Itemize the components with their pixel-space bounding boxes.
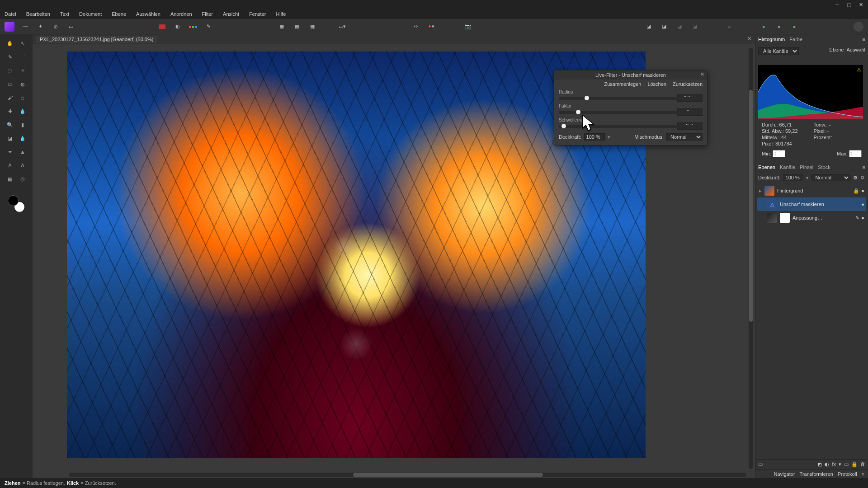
swatch-b-icon[interactable]: ◐ (173, 22, 183, 32)
target-tool-icon[interactable]: ◎ (17, 174, 28, 184)
menu-item[interactable]: Auswählen (136, 11, 160, 17)
zoom-tool-icon[interactable]: 🔍 (5, 119, 15, 130)
layer-visible-icon[interactable]: ● (861, 202, 864, 207)
layer-blend-select[interactable]: Normal (811, 174, 850, 181)
channel-select[interactable]: Alle Kanäle (758, 47, 799, 55)
layer-fx-icon[interactable]: ⚙ (853, 175, 858, 181)
window-maximize[interactable]: ▢ (844, 1, 854, 8)
adjust-icon[interactable]: ◐ (825, 461, 829, 467)
camera-icon[interactable]: 📷 (463, 22, 473, 32)
text-tool-icon[interactable]: A (5, 160, 15, 171)
faktor-slider[interactable] (559, 111, 703, 114)
swatch-rgb-icon[interactable]: ●●● (188, 22, 198, 32)
dialog-titlebar[interactable]: Live-Filter - Unscharf maskieren ✕ (554, 70, 707, 80)
eyedrop-tool-icon[interactable]: 💧 (17, 106, 28, 117)
hand-tool-icon[interactable]: ✋ (5, 38, 15, 49)
menu-item[interactable]: Ansicht (223, 11, 239, 17)
dialog-close-icon[interactable]: ✕ (700, 71, 704, 77)
menu-item[interactable]: Datei (5, 11, 16, 17)
persona-photo-icon[interactable]: 〰 (20, 22, 30, 32)
layer-expand-icon[interactable]: ▸ (759, 188, 762, 194)
live-filter-dialog[interactable]: Live-Filter - Unscharf maskieren ✕ Zusam… (554, 70, 708, 145)
marquee-tool-icon[interactable]: ▭ (5, 79, 15, 89)
menu-item[interactable]: Bearbeiten (26, 11, 50, 17)
tab-farbe[interactable]: Farbe (789, 37, 802, 42)
group-icon[interactable]: ▭ (844, 461, 849, 467)
flood-tool-icon[interactable]: ◍ (17, 79, 28, 89)
dialog-opacity-input[interactable] (584, 133, 605, 141)
document-tab[interactable]: PXL_20230127_135623241.jpg [Geändert] (5… (36, 36, 157, 43)
tab-ebenen[interactable]: Ebenen (758, 164, 775, 170)
crop-tool-icon[interactable]: ⛶ (17, 52, 28, 62)
arrange-2-icon[interactable]: ◪ (659, 22, 669, 32)
canvas-v-scrollbar[interactable] (749, 48, 753, 469)
layer-visible-icon[interactable]: ● (861, 215, 864, 221)
layer-item[interactable]: Anpassung… ✎● (757, 211, 866, 225)
color-swatches[interactable] (8, 195, 25, 212)
min-input[interactable] (773, 150, 785, 157)
window-minimize[interactable]: ─ (833, 1, 842, 8)
persona-tone-icon[interactable]: ▭ (66, 22, 76, 32)
radius-slider[interactable] (559, 97, 703, 100)
layers-menu-icon[interactable]: ≡ (863, 164, 865, 170)
lock-icon[interactable]: 🔒 (851, 461, 858, 467)
layer-gear-icon[interactable]: ⛭ (860, 175, 865, 180)
lasso-tool-icon[interactable]: ◌ (5, 65, 15, 76)
arrange-1-icon[interactable]: ◪ (644, 22, 654, 32)
menu-item[interactable]: Ebene (112, 11, 126, 17)
menu-item[interactable]: Anordnen (170, 11, 192, 17)
window-close[interactable]: ✕ (856, 1, 865, 8)
arrange-3-icon[interactable]: ◪ (675, 22, 684, 32)
layer-edit-icon[interactable]: ✎ (855, 215, 859, 221)
panel-menu-icon[interactable]: ≡ (863, 37, 865, 42)
grid1-icon[interactable]: ▦ (277, 22, 287, 32)
persona-liquify-icon[interactable]: ✦ (35, 22, 45, 32)
schwelle-slider[interactable] (559, 125, 703, 128)
menu-item[interactable]: Dokument (79, 11, 102, 17)
menu-item[interactable]: Text (60, 11, 69, 17)
move-tool-icon[interactable]: ↖ (17, 38, 28, 49)
tab-histogramm[interactable]: Histogramm (758, 37, 785, 42)
mesh-tool-icon[interactable]: ▦ (5, 174, 15, 184)
trash-icon[interactable]: 🗑 (860, 461, 865, 467)
menu-item[interactable]: Filter (202, 11, 213, 17)
layer-item[interactable]: ▸ Hintergrund 🔒● (757, 184, 866, 197)
menu-item[interactable]: Fenster (249, 11, 266, 17)
histo-scope-ebene[interactable]: Ebene (830, 47, 844, 52)
max-input[interactable] (849, 150, 862, 157)
dialog-reset-button[interactable]: Zurücksetzen (673, 81, 703, 87)
mask-icon[interactable]: ◩ (817, 461, 822, 467)
wand-tool-icon[interactable]: ✧ (17, 65, 28, 76)
account-avatar[interactable] (854, 22, 863, 32)
tab-stock[interactable]: Stock (818, 164, 830, 170)
dialog-delete-button[interactable]: Löschen (647, 81, 666, 87)
layer-visible-icon[interactable]: ● (861, 188, 864, 194)
persona-develop-icon[interactable]: ⎚ (51, 22, 61, 32)
add-layer-icon[interactable]: ▭ (758, 461, 763, 467)
bottom-panel-menu-icon[interactable]: ≡ (862, 471, 864, 477)
merge-icon[interactable]: ▾ (839, 461, 841, 467)
globe-2-icon[interactable]: ● (774, 22, 784, 32)
layer-lock-icon[interactable]: 🔒 (853, 188, 859, 194)
tab-navigator[interactable]: Navigator (774, 471, 795, 477)
picker-icon[interactable]: ✎ (203, 22, 213, 32)
grid2-icon[interactable]: ▦ (292, 22, 302, 32)
erase-tool-icon[interactable]: ◪ (5, 133, 15, 144)
stamp-tool-icon[interactable]: ⎌ (17, 92, 28, 103)
dialog-merge-button[interactable]: Zusammenlegen (604, 81, 641, 87)
tab-pinsel[interactable]: Pinsel (800, 164, 813, 170)
menu-item[interactable]: Hilfe (276, 11, 286, 17)
layer-item[interactable]: △ Unscharf maskieren ● (757, 197, 866, 211)
heal-tool-icon[interactable]: ✚ (5, 106, 15, 117)
gradient-tool-icon[interactable]: ▮ (17, 119, 28, 130)
fx-icon[interactable]: fx (832, 461, 836, 467)
grid3-icon[interactable]: ▦ (307, 22, 317, 32)
globe-1-icon[interactable]: ● (759, 22, 769, 32)
shape-tool-icon[interactable]: ▲ (17, 146, 28, 157)
page-icon[interactable]: ▭▾ (337, 22, 347, 32)
swatch-a-icon[interactable] (157, 22, 167, 32)
smudge-tool-icon[interactable]: 💧 (17, 133, 28, 144)
document-tab-close-icon[interactable]: ✕ (747, 36, 751, 42)
pen-tool-icon[interactable]: ✒ (5, 146, 15, 157)
node-tool-icon[interactable]: ✎ (5, 52, 15, 62)
